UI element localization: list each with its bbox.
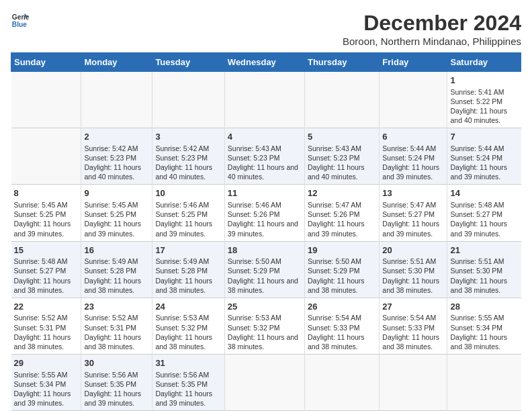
calendar-cell — [81, 72, 152, 128]
calendar-cell: 16Sunrise: 5:49 AMSunset: 5:28 PMDayligh… — [81, 241, 152, 298]
calendar-week-row: 8Sunrise: 5:45 AMSunset: 5:25 PMDaylight… — [11, 185, 521, 241]
day-number: 18 — [228, 244, 302, 257]
day-number: 3 — [155, 131, 221, 143]
calendar-table: SundayMondayTuesdayWednesdayThursdayFrid… — [11, 52, 521, 411]
calendar-cell: 13Sunrise: 5:47 AMSunset: 5:27 PMDayligh… — [380, 185, 447, 241]
day-number: 2 — [84, 131, 149, 143]
calendar-cell — [11, 72, 81, 128]
day-number: 9 — [84, 187, 149, 199]
day-number: 13 — [382, 187, 444, 199]
day-number: 16 — [84, 244, 149, 257]
calendar-cell: 9Sunrise: 5:45 AMSunset: 5:25 PMDaylight… — [81, 185, 152, 241]
calendar-cell: 12Sunrise: 5:47 AMSunset: 5:26 PMDayligh… — [304, 185, 379, 241]
calendar-cell: 29Sunrise: 5:55 AMSunset: 5:34 PMDayligh… — [11, 355, 81, 411]
day-number: 29 — [14, 357, 79, 369]
calendar-cell: 7Sunrise: 5:44 AMSunset: 5:24 PMDaylight… — [447, 128, 521, 185]
calendar-cell: 2Sunrise: 5:42 AMSunset: 5:23 PMDaylight… — [81, 128, 152, 185]
header: General Blue December 2024 Boroon, North… — [11, 11, 521, 47]
calendar-cell — [380, 355, 447, 411]
day-number: 7 — [450, 131, 518, 143]
calendar-cell: 6Sunrise: 5:44 AMSunset: 5:24 PMDaylight… — [380, 128, 447, 185]
day-number: 14 — [450, 187, 518, 199]
calendar-week-row: 2Sunrise: 5:42 AMSunset: 5:23 PMDaylight… — [11, 128, 521, 185]
calendar-cell: 19Sunrise: 5:50 AMSunset: 5:29 PMDayligh… — [304, 241, 379, 298]
calendar-cell — [152, 72, 224, 128]
header-day-monday: Monday — [81, 53, 152, 72]
day-number: 28 — [450, 301, 518, 313]
header-day-friday: Friday — [380, 53, 447, 72]
header-day-wednesday: Wednesday — [224, 53, 304, 72]
calendar-cell: 20Sunrise: 5:51 AMSunset: 5:30 PMDayligh… — [380, 241, 447, 298]
calendar-cell: 1Sunrise: 5:41 AMSunset: 5:22 PMDaylight… — [447, 72, 521, 128]
calendar-cell: 25Sunrise: 5:53 AMSunset: 5:32 PMDayligh… — [224, 298, 304, 354]
calendar-cell: 24Sunrise: 5:53 AMSunset: 5:32 PMDayligh… — [152, 298, 224, 354]
calendar-cell: 18Sunrise: 5:50 AMSunset: 5:29 PMDayligh… — [224, 241, 304, 298]
svg-text:General: General — [12, 13, 30, 21]
day-number: 21 — [450, 244, 518, 257]
svg-text:Blue: Blue — [12, 21, 28, 28]
calendar-cell: 5Sunrise: 5:43 AMSunset: 5:23 PMDaylight… — [304, 128, 379, 185]
calendar-header: SundayMondayTuesdayWednesdayThursdayFrid… — [11, 53, 521, 72]
day-number: 12 — [308, 187, 376, 199]
calendar-cell: 3Sunrise: 5:42 AMSunset: 5:23 PMDaylight… — [152, 128, 224, 185]
logo: General Blue — [11, 11, 30, 30]
day-number: 17 — [155, 244, 221, 257]
title-area: December 2024 Boroon, Northern Mindanao,… — [343, 11, 521, 47]
main-title: December 2024 — [343, 11, 521, 36]
calendar-cell: 8Sunrise: 5:45 AMSunset: 5:25 PMDaylight… — [11, 185, 81, 241]
header-day-thursday: Thursday — [304, 53, 379, 72]
logo-icon: General Blue — [11, 11, 30, 30]
calendar-cell: 10Sunrise: 5:46 AMSunset: 5:25 PMDayligh… — [152, 185, 224, 241]
header-day-tuesday: Tuesday — [152, 53, 224, 72]
day-number: 8 — [14, 187, 79, 199]
calendar-week-row: 29Sunrise: 5:55 AMSunset: 5:34 PMDayligh… — [11, 355, 521, 411]
calendar-cell: 28Sunrise: 5:55 AMSunset: 5:34 PMDayligh… — [447, 298, 521, 354]
calendar-cell: 21Sunrise: 5:51 AMSunset: 5:30 PMDayligh… — [447, 241, 521, 298]
day-number: 25 — [228, 301, 302, 313]
header-row: SundayMondayTuesdayWednesdayThursdayFrid… — [11, 53, 521, 72]
calendar-cell: 4Sunrise: 5:43 AMSunset: 5:23 PMDaylight… — [224, 128, 304, 185]
calendar-cell: 23Sunrise: 5:52 AMSunset: 5:31 PMDayligh… — [81, 298, 152, 354]
calendar-body: 1Sunrise: 5:41 AMSunset: 5:22 PMDaylight… — [11, 72, 521, 411]
calendar-week-row: 1Sunrise: 5:41 AMSunset: 5:22 PMDaylight… — [11, 72, 521, 128]
day-number: 24 — [155, 301, 221, 313]
calendar-week-row: 22Sunrise: 5:52 AMSunset: 5:31 PMDayligh… — [11, 298, 521, 354]
calendar-cell — [224, 355, 304, 411]
calendar-cell: 14Sunrise: 5:48 AMSunset: 5:27 PMDayligh… — [447, 185, 521, 241]
day-number: 15 — [14, 244, 79, 257]
calendar-cell: 30Sunrise: 5:56 AMSunset: 5:35 PMDayligh… — [81, 355, 152, 411]
calendar-cell: 22Sunrise: 5:52 AMSunset: 5:31 PMDayligh… — [11, 298, 81, 354]
day-number: 30 — [84, 357, 149, 369]
day-number: 19 — [308, 244, 376, 257]
calendar-cell: 26Sunrise: 5:54 AMSunset: 5:33 PMDayligh… — [304, 298, 379, 354]
calendar-cell — [224, 72, 304, 128]
calendar-cell: 15Sunrise: 5:48 AMSunset: 5:27 PMDayligh… — [11, 241, 81, 298]
day-number: 22 — [14, 301, 79, 313]
day-number: 1 — [450, 75, 518, 87]
calendar-cell: 27Sunrise: 5:54 AMSunset: 5:33 PMDayligh… — [380, 298, 447, 354]
day-number: 11 — [228, 187, 302, 199]
calendar-cell: 17Sunrise: 5:49 AMSunset: 5:28 PMDayligh… — [152, 241, 224, 298]
calendar-cell — [304, 355, 379, 411]
calendar-cell: 31Sunrise: 5:56 AMSunset: 5:35 PMDayligh… — [152, 355, 224, 411]
header-day-sunday: Sunday — [11, 53, 81, 72]
header-day-saturday: Saturday — [447, 53, 521, 72]
calendar-week-row: 15Sunrise: 5:48 AMSunset: 5:27 PMDayligh… — [11, 241, 521, 298]
subtitle: Boroon, Northern Mindanao, Philippines — [343, 36, 521, 47]
day-number: 23 — [84, 301, 149, 313]
calendar-cell — [11, 128, 81, 185]
calendar-cell — [380, 72, 447, 128]
day-number: 20 — [382, 244, 444, 257]
day-number: 26 — [308, 301, 376, 313]
day-number: 10 — [155, 187, 221, 199]
day-number: 6 — [382, 131, 444, 143]
calendar-cell — [447, 355, 521, 411]
day-number: 5 — [308, 131, 376, 143]
calendar-cell — [304, 72, 379, 128]
day-number: 4 — [228, 131, 302, 143]
day-number: 31 — [155, 357, 221, 369]
calendar-cell: 11Sunrise: 5:46 AMSunset: 5:26 PMDayligh… — [224, 185, 304, 241]
day-number: 27 — [382, 301, 444, 313]
